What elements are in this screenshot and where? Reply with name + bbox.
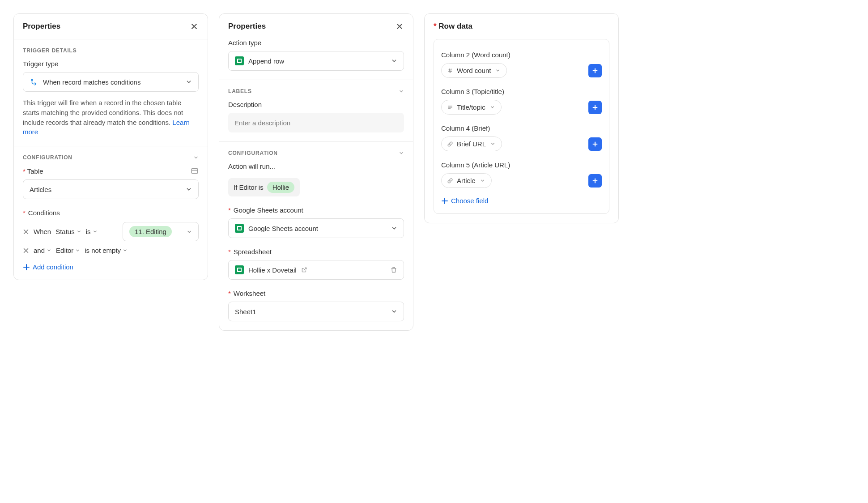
table-value: Articles	[30, 186, 51, 193]
close-icon[interactable]	[395, 22, 404, 31]
conditions-label: Conditions	[23, 209, 199, 217]
trigger-help-text: This trigger will fire when a record in …	[23, 98, 199, 137]
remove-condition-icon[interactable]	[23, 229, 29, 235]
field-token[interactable]: Article	[441, 173, 492, 188]
add-token-button[interactable]	[588, 174, 602, 188]
description-label: Description	[228, 101, 404, 108]
panel-title: Row data	[434, 22, 472, 30]
worksheet-label: Worksheet	[228, 290, 404, 297]
chevron-down-icon	[495, 68, 500, 73]
link-icon	[447, 141, 453, 147]
action-will-run-label: Action will run...	[228, 162, 404, 170]
close-icon[interactable]	[190, 22, 199, 31]
chevron-down-icon	[186, 79, 192, 85]
external-link-icon[interactable]	[301, 267, 307, 273]
chevron-down-icon	[391, 225, 397, 231]
gs-account-label: Google Sheets account	[228, 206, 404, 214]
text-icon	[447, 104, 453, 111]
choose-field-button[interactable]: Choose field	[441, 197, 602, 205]
google-sheets-icon	[235, 56, 244, 65]
spreadsheet-value: Hollie x Dovetail	[248, 266, 297, 274]
column-label: Column 5 (Article URL)	[441, 161, 602, 169]
run-condition-value: Hollie	[267, 182, 295, 193]
action-properties-panel: Properties Action type Append row Labels…	[219, 13, 413, 331]
condition-when: When	[34, 228, 51, 235]
row-data-panel: Row data Column 2 (Word count) Word coun…	[424, 13, 619, 223]
chevron-down-icon	[391, 58, 397, 64]
google-sheets-icon	[235, 265, 244, 274]
trigger-details-section: Trigger Details Trigger type When record…	[14, 39, 208, 146]
section-heading: Configuration	[228, 150, 404, 156]
field-token[interactable]: Title/topic	[441, 100, 502, 115]
column-label: Column 4 (Brief)	[441, 124, 602, 132]
chevron-down-icon	[480, 178, 485, 183]
add-token-button[interactable]	[588, 64, 602, 77]
configuration-section: Configuration Table Articles Conditions …	[14, 146, 208, 280]
chevron-down-icon	[187, 229, 192, 234]
column-field: Brief URL	[441, 136, 602, 151]
panel-header: Properties	[219, 14, 413, 39]
chevron-down-icon[interactable]	[193, 155, 199, 160]
link-icon	[447, 178, 453, 184]
action-type-select[interactable]: Append row	[228, 51, 404, 71]
column-label: Column 2 (Word count)	[441, 51, 602, 59]
condition-value-select[interactable]: 11. Editing	[123, 222, 199, 241]
configuration-section: Configuration Action will run... If Edit…	[219, 142, 413, 330]
chevron-down-icon[interactable]	[399, 150, 404, 156]
table-label: Table	[23, 167, 199, 175]
condition-field-select[interactable]: Status	[55, 228, 81, 235]
svg-rect-1	[191, 169, 198, 174]
trigger-icon	[30, 77, 38, 86]
column-label: Column 3 (Topic/title)	[441, 88, 602, 95]
table-select[interactable]: Articles	[23, 179, 199, 199]
worksheet-select[interactable]: Sheet1	[228, 302, 404, 321]
section-heading: Labels	[228, 88, 404, 94]
panel-header: Row data	[425, 14, 618, 33]
gs-account-value: Google Sheets account	[248, 225, 318, 232]
section-heading: Configuration	[23, 154, 199, 161]
worksheet-value: Sheet1	[235, 308, 256, 315]
panel-title: Properties	[228, 22, 266, 31]
add-token-button[interactable]	[588, 101, 602, 114]
add-token-button[interactable]	[588, 137, 602, 151]
status-value-chip: 11. Editing	[129, 226, 172, 237]
run-condition-chip[interactable]: If Editor is Hollie	[228, 178, 300, 196]
condition-row: and Editor is not empty	[23, 247, 199, 254]
field-token[interactable]: Word count	[441, 63, 507, 78]
chevron-down-icon	[490, 105, 495, 110]
svg-point-0	[31, 79, 33, 81]
gs-account-select[interactable]: Google Sheets account	[228, 218, 404, 238]
spreadsheet-label: Spreadsheet	[228, 248, 404, 256]
condition-conj-select[interactable]: and	[34, 247, 51, 254]
condition-field-select[interactable]: Editor	[56, 247, 80, 254]
chevron-down-icon	[391, 308, 397, 315]
action-type-section: Action type Append row	[219, 39, 413, 80]
description-input[interactable]	[228, 113, 404, 132]
condition-op-select[interactable]: is	[86, 228, 98, 235]
column-field: Word count	[441, 63, 602, 78]
chevron-down-icon	[490, 141, 495, 146]
panel-title: Properties	[23, 22, 60, 31]
trigger-type-label: Trigger type	[23, 60, 199, 68]
condition-op-select[interactable]: is not empty	[85, 247, 128, 254]
column-field: Article	[441, 173, 602, 188]
trigger-type-select[interactable]: When record matches conditions	[23, 72, 199, 92]
chevron-down-icon	[186, 186, 192, 192]
row-data-box: Column 2 (Word count) Word count Column …	[434, 39, 609, 214]
panel-header: Properties	[14, 14, 208, 39]
remove-condition-icon[interactable]	[23, 247, 29, 254]
action-type-value: Append row	[248, 57, 284, 65]
section-heading: Trigger Details	[23, 47, 199, 54]
google-sheets-icon	[235, 224, 244, 233]
condition-row: When Status is 11. Editing	[23, 222, 199, 241]
column-field: Title/topic	[441, 100, 602, 115]
delete-icon[interactable]	[390, 266, 397, 273]
field-token[interactable]: Brief URL	[441, 136, 502, 151]
number-icon	[447, 68, 453, 74]
action-type-label: Action type	[228, 39, 404, 47]
spreadsheet-select[interactable]: Hollie x Dovetail	[228, 260, 404, 280]
grid-icon[interactable]	[191, 167, 199, 175]
chevron-down-icon[interactable]	[399, 89, 404, 94]
add-condition-button[interactable]: Add condition	[23, 263, 199, 271]
trigger-type-value: When record matches conditions	[43, 78, 140, 86]
